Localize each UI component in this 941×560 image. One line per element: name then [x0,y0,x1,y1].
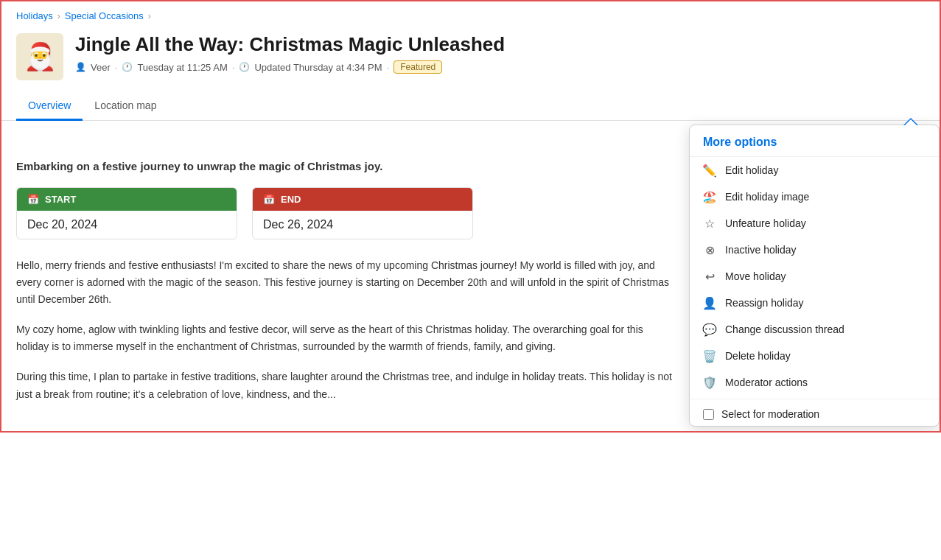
meta-dot-3: · [387,62,390,73]
edit-holiday-image-label: Edit holiday image [725,191,809,203]
delete-icon: 🗑️ [703,349,716,363]
breadcrumb-sep-1: › [57,11,60,21]
moderation-checkbox[interactable] [703,409,714,420]
more-options-dropdown: More options ✏️ Edit holiday 🏖️ Edit hol… [689,125,940,427]
body-paragraph-3: During this time, I plan to partake in f… [16,368,672,402]
tabs-bar: Overview Location map [1,92,940,121]
dropdown-item-reassign-holiday[interactable]: 👤 Reassign holiday [690,290,939,316]
dropdown-item-edit-holiday-image[interactable]: 🏖️ Edit holiday image [690,183,939,210]
moderator-actions-label: Moderator actions [725,377,808,388]
edit-icon: ✏️ [703,164,716,177]
dropdown-item-moderator-actions[interactable]: 🛡️ Moderator actions [690,369,939,396]
moderation-label: Select for moderation [721,408,819,420]
image-icon: 🏖️ [703,190,716,203]
breadcrumb-special-occasions[interactable]: Special Occasions [65,10,144,21]
clock-icon-2: 🕐 [239,62,250,72]
meta-dot-1: · [115,62,118,73]
meta-row: 👤 Veer · 🕐 Tuesday at 11:25 AM · 🕐 Updat… [75,60,925,74]
move-icon: ↩ [703,270,716,283]
avatar: 🎅 [16,33,63,80]
dropdown-item-inactive-holiday[interactable]: ⊗ Inactive holiday [690,237,939,263]
dropdown-arrow-inner [904,119,917,126]
discussion-icon: 💬 [703,323,716,336]
calendar-icon-end: 📅 [263,194,275,205]
inactive-icon: ⊗ [703,243,716,256]
star-icon: ☆ [703,217,716,230]
dropdown-item-edit-holiday[interactable]: ✏️ Edit holiday [690,157,939,183]
tab-overview[interactable]: Overview [16,92,83,121]
author-icon: 👤 [75,62,86,72]
body-text: Hello, merry friends and festive enthusi… [16,257,672,403]
page-header: 🎅 Jingle All the Way: Christmas Magic Un… [1,27,940,92]
end-date-header: 📅 END [253,188,472,211]
end-label: END [281,194,301,205]
clock-icon-1: 🕐 [122,62,133,72]
page-title: Jingle All the Way: Christmas Magic Unle… [75,33,925,56]
reassign-icon: 👤 [703,296,716,309]
tab-location-map[interactable]: Location map [83,92,168,121]
delete-holiday-label: Delete holiday [725,350,791,362]
shield-icon: 🛡️ [703,376,716,389]
edit-holiday-label: Edit holiday [725,164,778,176]
start-label: START [45,194,76,205]
breadcrumb: Holidays › Special Occasions › [1,1,940,27]
dropdown-item-unfeature-holiday[interactable]: ☆ Unfeature holiday [690,210,939,237]
dropdown-item-delete-holiday[interactable]: 🗑️ Delete holiday [690,343,939,369]
calendar-icon-start: 📅 [27,194,39,205]
dropdown-divider [690,399,939,399]
end-date-card: 📅 END Dec 26, 2024 [252,187,473,239]
reassign-holiday-label: Reassign holiday [725,297,804,309]
dropdown-title: More options [690,125,939,157]
content-area: Embarking on a festive journey to unwrap… [1,160,940,431]
dropdown-item-select-moderation[interactable]: Select for moderation [690,402,939,426]
header-content: Jingle All the Way: Christmas Magic Unle… [75,33,925,74]
created-time: Tuesday at 11:25 AM [137,62,227,73]
end-date-value: Dec 26, 2024 [253,211,472,239]
start-date-header: 📅 START [17,188,237,211]
change-discussion-label: Change discussion thread [725,323,844,335]
meta-dot-2: · [232,62,235,73]
breadcrumb-holidays[interactable]: Holidays [16,10,53,21]
move-holiday-label: Move holiday [725,270,786,282]
inactive-holiday-label: Inactive holiday [725,244,797,256]
dropdown-item-change-discussion[interactable]: 💬 Change discussion thread [690,316,939,343]
start-date-value: Dec 20, 2024 [17,211,237,239]
updated-time: Updated Thursday at 4:34 PM [254,62,382,73]
unfeature-holiday-label: Unfeature holiday [725,217,806,229]
breadcrumb-sep-2: › [148,11,151,21]
body-paragraph-1: Hello, merry friends and festive enthusi… [16,257,672,308]
dropdown-item-move-holiday[interactable]: ↩ Move holiday [690,263,939,290]
author-name: Veer [91,62,111,73]
featured-badge: Featured [393,60,442,74]
start-date-card: 📅 START Dec 20, 2024 [16,187,237,239]
body-paragraph-2: My cozy home, aglow with twinkling light… [16,321,672,355]
